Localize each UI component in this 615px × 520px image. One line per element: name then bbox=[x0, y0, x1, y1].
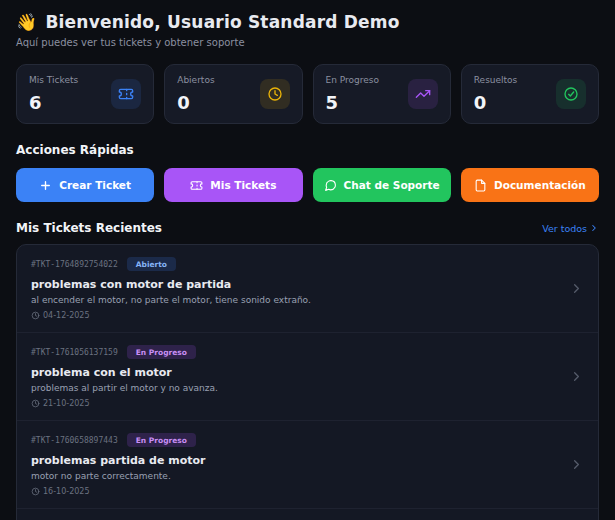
stats-row: Mis Tickets 6 Abiertos 0 En Progreso 5 bbox=[16, 64, 599, 124]
ticket-date: 16-10-2025 bbox=[43, 487, 90, 496]
stat-label: Mis Tickets bbox=[29, 75, 78, 85]
ticket-description: problemas al partir el motor y no avanza… bbox=[31, 383, 218, 393]
plus-icon bbox=[39, 179, 52, 192]
ticket-id: #TKT-1764892754022 bbox=[31, 260, 118, 269]
stat-value: 0 bbox=[177, 92, 214, 113]
chevron-right-icon bbox=[589, 223, 599, 233]
documentation-label: Documentación bbox=[494, 179, 586, 191]
chevron-right-icon bbox=[569, 281, 584, 296]
chevron-right-icon bbox=[569, 457, 584, 472]
check-circle-icon bbox=[556, 79, 586, 109]
stat-label: En Progreso bbox=[326, 75, 379, 85]
stat-card-resueltos: Resueltos 0 bbox=[461, 64, 599, 124]
page-subtitle: Aquí puedes ver tus tickets y obtener so… bbox=[16, 37, 599, 48]
ticket-row[interactable]: #TKT-1764892754022 Abierto problemas con… bbox=[17, 245, 598, 333]
stat-label: Abiertos bbox=[177, 75, 214, 85]
clock-icon bbox=[31, 399, 40, 408]
my-tickets-button[interactable]: Mis Tickets bbox=[164, 168, 302, 202]
stat-card-abiertos: Abiertos 0 bbox=[164, 64, 302, 124]
chat-icon bbox=[324, 179, 337, 192]
clock-icon bbox=[31, 487, 40, 496]
recent-tickets-list: #TKT-1764892754022 Abierto problemas con… bbox=[16, 244, 599, 520]
create-ticket-button[interactable]: Crear Ticket bbox=[16, 168, 154, 202]
page-title-text: Bienvenido, Usuario Standard Demo bbox=[45, 12, 399, 32]
dashboard-page: 👋 Bienvenido, Usuario Standard Demo Aquí… bbox=[0, 0, 615, 520]
ticket-status-badge: Abierto bbox=[127, 257, 176, 271]
support-chat-button[interactable]: Chat de Soporte bbox=[313, 168, 451, 202]
view-all-link[interactable]: Ver todos bbox=[542, 223, 599, 234]
stat-value: 0 bbox=[474, 92, 518, 113]
stat-card-en-progreso: En Progreso 5 bbox=[313, 64, 451, 124]
ticket-description: motor no parte correctamente. bbox=[31, 471, 206, 481]
section-title-quick-actions: Acciones Rápidas bbox=[16, 143, 599, 157]
create-ticket-label: Crear Ticket bbox=[59, 179, 131, 191]
ticket-icon bbox=[111, 79, 141, 109]
ticket-row[interactable]: #TKT-1760658897443 En Progreso problemas… bbox=[17, 421, 598, 509]
document-icon bbox=[474, 179, 487, 192]
stat-value: 6 bbox=[29, 92, 78, 113]
ticket-id: #TKT-1760658897443 bbox=[31, 436, 118, 445]
ticket-status-badge: En Progreso bbox=[127, 345, 196, 359]
clock-icon bbox=[31, 311, 40, 320]
waving-hand-icon: 👋 bbox=[16, 12, 37, 32]
trending-up-icon bbox=[408, 79, 438, 109]
ticket-status-badge: En Progreso bbox=[127, 433, 196, 447]
stat-value: 5 bbox=[326, 92, 379, 113]
ticket-title: problemas partida de motor bbox=[31, 454, 206, 467]
page-title: 👋 Bienvenido, Usuario Standard Demo bbox=[16, 12, 599, 32]
clock-icon bbox=[260, 79, 290, 109]
documentation-button[interactable]: Documentación bbox=[461, 168, 599, 202]
ticket-row[interactable]: #TKT-1761056137159 En Progreso problema … bbox=[17, 333, 598, 421]
ticket-id: #TKT-1761056137159 bbox=[31, 348, 118, 357]
my-tickets-label: Mis Tickets bbox=[210, 179, 276, 191]
ticket-row[interactable]: #TKT-1760637112744 En Progreso problemas… bbox=[17, 509, 598, 520]
chevron-right-icon bbox=[569, 369, 584, 384]
quick-actions-row: Crear Ticket Mis Tickets Chat de Soporte… bbox=[16, 168, 599, 202]
ticket-description: al encender el motor, no parte el motor,… bbox=[31, 295, 311, 305]
support-chat-label: Chat de Soporte bbox=[344, 179, 440, 191]
section-title-recent-tickets: Mis Tickets Recientes bbox=[16, 221, 162, 235]
view-all-label: Ver todos bbox=[542, 223, 587, 234]
ticket-icon bbox=[190, 179, 203, 192]
ticket-title: problema con el motor bbox=[31, 366, 218, 379]
ticket-date: 21-10-2025 bbox=[43, 399, 90, 408]
stat-card-mis-tickets: Mis Tickets 6 bbox=[16, 64, 154, 124]
ticket-date: 04-12-2025 bbox=[43, 311, 90, 320]
recent-tickets-header: Mis Tickets Recientes Ver todos bbox=[16, 221, 599, 235]
ticket-title: problemas con motor de partida bbox=[31, 278, 311, 291]
stat-label: Resueltos bbox=[474, 75, 518, 85]
